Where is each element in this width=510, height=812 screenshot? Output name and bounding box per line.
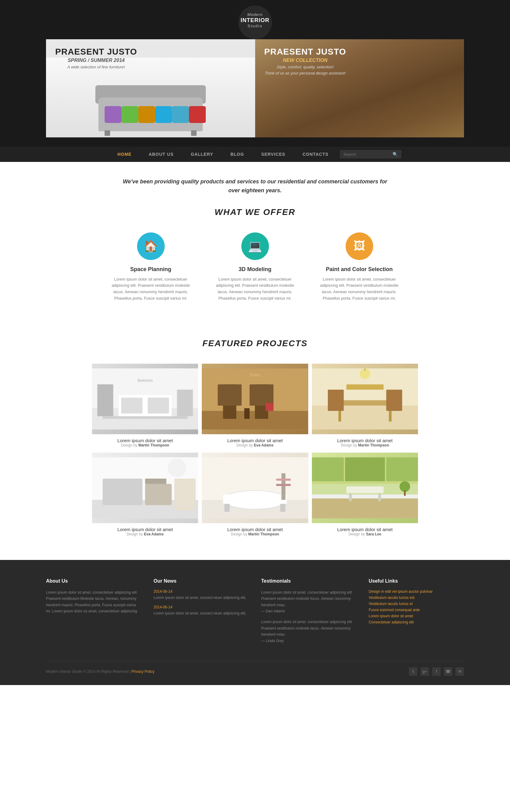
hero-banner: PRAESENT JUSTO SPRING / SUMMER 2014 A wi…	[0, 39, 510, 147]
project-5-title: Lorem ipsum dolor sit amet	[202, 527, 308, 532]
svg-rect-12	[218, 384, 242, 405]
svg-rect-7	[177, 389, 193, 416]
svg-point-54	[399, 481, 410, 492]
footer-link-3[interactable]: Vestibulum iaculis luctus et	[369, 602, 464, 606]
project-2[interactable]: Chairs Lorem ipsum dolor sit amet Design…	[202, 364, 308, 449]
footer-testimonial-2: Lorem ipsum dolor sit amet, consectetuer…	[261, 619, 357, 644]
footer-link-2[interactable]: Vestibulum iaculis luctus est	[369, 596, 464, 600]
svg-rect-41	[225, 504, 230, 512]
svg-rect-16	[265, 403, 274, 411]
logo-main: INTERIOR	[238, 17, 272, 24]
nav-gallery[interactable]: GALLERY	[182, 147, 222, 162]
hero-right-subtitle: NEW COLLECTION	[264, 58, 346, 63]
footer-grid: About Us Lorem ipsum dolor sit amet, con…	[46, 578, 464, 661]
search-icon[interactable]: 🔍	[393, 152, 398, 157]
project-5-image	[202, 453, 308, 523]
svg-rect-57	[349, 493, 352, 501]
project-6-image	[312, 453, 418, 523]
hero-right: PRAESENT JUSTO NEW COLLECTION Style, com…	[255, 39, 464, 137]
offer-space-planning: 🏠 Space Planning Lorem ipsum dolor sit a…	[111, 232, 191, 302]
footer-testimonials-title: Testimonials	[261, 578, 357, 584]
offer-paint-color: 🖼 Paint and Color Selection Lorem ipsum …	[319, 232, 399, 302]
space-planning-icon: 🏠	[137, 232, 165, 260]
project-6-title: Lorem ipsum dolor sit amet	[312, 527, 418, 532]
svg-rect-32	[145, 484, 172, 505]
footer-link-6[interactable]: Consectetuer adipiscing elit	[369, 620, 464, 624]
project-2-image: Chairs	[202, 364, 308, 434]
svg-rect-4	[121, 398, 142, 413]
nav-home[interactable]: HOME	[109, 147, 140, 162]
svg-rect-35	[145, 478, 166, 484]
svg-text:Chairs: Chairs	[250, 373, 260, 377]
footer-social: 𝕏 g+ f ☎ ✉	[409, 667, 464, 676]
project-3-caption: Lorem ipsum dolor sit amet Design by Mar…	[312, 434, 418, 449]
space-planning-desc: Lorem ipsum dolor sit amet, consectetuer…	[111, 276, 191, 302]
nav-about[interactable]: ABOUT US	[140, 147, 182, 162]
project-3-image	[312, 364, 418, 434]
project-4-title: Lorem ipsum dolor sit amet	[92, 527, 198, 532]
hero-right-title: PRAESENT JUSTO	[264, 47, 346, 57]
footer-testimonials: Testimonials Lorem ipsum dolor sit amet,…	[261, 578, 357, 648]
tagline: We've been providing quality products an…	[92, 162, 418, 207]
footer-news: Our News 2014-06-14 Lorem ipsum dolor si…	[154, 578, 249, 648]
social-google-plus[interactable]: g+	[421, 667, 429, 676]
hero-left: PRAESENT JUSTO SPRING / SUMMER 2014 A wi…	[46, 39, 255, 137]
footer-bottom: Modern Interior Studio © 2014 All Rights…	[46, 661, 464, 676]
social-twitter[interactable]: 𝕏	[409, 667, 417, 676]
footer-link-4[interactable]: Fusce euismod consequat ante	[369, 608, 464, 612]
social-email[interactable]: ✉	[455, 667, 464, 676]
footer-link-5[interactable]: Lorem ipsum dolor sit amet	[369, 614, 464, 618]
footer-testimonial-1: Lorem ipsum dolor sit amet, consectetuer…	[261, 589, 357, 614]
project-2-designer: Design by Eva Adams	[202, 443, 308, 447]
svg-rect-2	[103, 416, 188, 419]
privacy-policy-link[interactable]: Privacy Policy	[132, 669, 154, 674]
project-5[interactable]: Lorem ipsum dolor sit amet Design by Mar…	[202, 453, 308, 538]
project-1-image: Bedroom	[92, 364, 198, 434]
svg-text:Bedroom: Bedroom	[138, 378, 153, 383]
nav-contacts[interactable]: CONTACTS	[294, 147, 337, 162]
paint-color-desc: Lorem ipsum dolor sit amet, consectetuer…	[319, 276, 399, 302]
svg-rect-56	[346, 486, 384, 493]
logo-badge[interactable]: Modern INTERIOR Studio	[238, 5, 272, 39]
footer-copyright: Modern Interior Studio © 2014 All Rights…	[46, 669, 154, 674]
navigation: HOME ABOUT US GALLERY BLOG SERVICES CONT…	[0, 147, 510, 162]
svg-rect-23	[346, 384, 384, 389]
svg-rect-14	[250, 384, 274, 405]
featured-projects-section: FEATURED PROJECTS	[92, 339, 418, 560]
social-phone[interactable]: ☎	[444, 667, 452, 676]
svg-point-34	[168, 459, 187, 477]
nav-services[interactable]: SERVICES	[253, 147, 294, 162]
project-4[interactable]: Lorem ipsum dolor sit amet Design by Eva…	[92, 453, 198, 538]
svg-rect-33	[174, 478, 195, 510]
nav-search-box: 🔍	[340, 150, 401, 158]
svg-rect-25	[386, 389, 402, 411]
hero-right-content: PRAESENT JUSTO NEW COLLECTION Style, com…	[264, 47, 346, 76]
project-4-designer: Design by Eva Adams	[92, 532, 198, 536]
svg-rect-31	[103, 478, 143, 505]
svg-rect-15	[245, 408, 250, 419]
hero-left-title: PRAESENT JUSTO	[55, 47, 137, 57]
project-6[interactable]: Lorem ipsum dolor sit amet Design by Sar…	[312, 453, 418, 538]
social-facebook[interactable]: f	[432, 667, 441, 676]
svg-rect-43	[282, 473, 285, 500]
hero-left-desc: A wide selection of fine furniture!	[55, 65, 137, 69]
project-3[interactable]: Lorem ipsum dolor sit amet Design by Mar…	[312, 364, 418, 449]
hero-right-desc2: Think of us as your personal design assi…	[264, 71, 346, 76]
hero-left-subtitle: SPRING / SUMMER 2014	[55, 58, 137, 63]
nav-blog[interactable]: BLOG	[222, 147, 252, 162]
svg-rect-45	[276, 484, 291, 486]
project-3-designer: Design by Martin Thompson	[312, 443, 418, 447]
svg-rect-20	[338, 400, 391, 405]
footer-useful-links-title: Useful Links	[369, 578, 464, 584]
offer-3d-modeling: 💻 3D Modeling Lorem ipsum dolor sit amet…	[215, 232, 295, 302]
projects-row-1: Bedroom Lorem ipsum dolor sit amet Desig…	[92, 364, 418, 449]
project-1[interactable]: Bedroom Lorem ipsum dolor sit amet Desig…	[92, 364, 198, 449]
project-2-title: Lorem ipsum dolor sit amet	[202, 438, 308, 443]
what-we-offer-title: WHAT WE OFFER	[92, 207, 418, 217]
search-input[interactable]	[343, 152, 393, 157]
what-we-offer-section: WHAT WE OFFER 🏠 Space Planning Lorem ips…	[92, 207, 418, 339]
paint-color-title: Paint and Color Selection	[319, 266, 399, 272]
footer-link-1[interactable]: Design in edit vel ipsum auctor pulvinar	[369, 589, 464, 594]
svg-rect-50	[345, 457, 385, 481]
svg-rect-5	[148, 398, 169, 413]
